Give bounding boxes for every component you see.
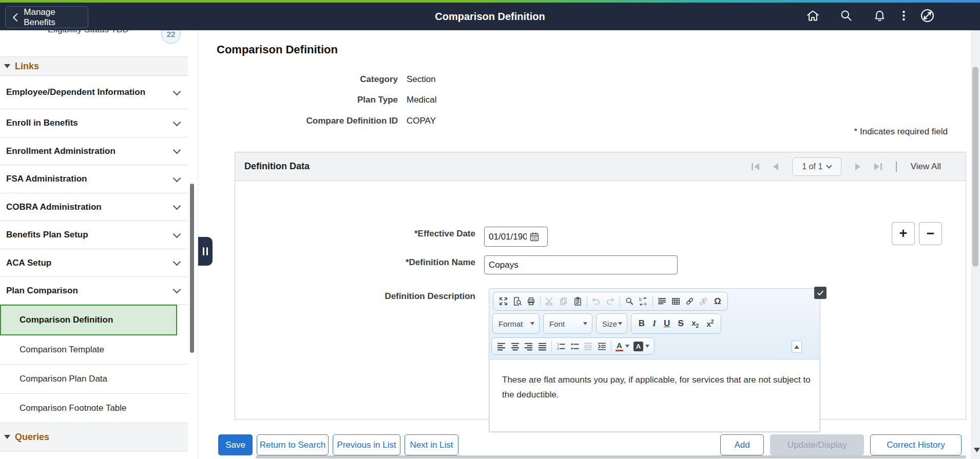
effective-date-input[interactable]: [485, 232, 527, 242]
paste-icon[interactable]: [572, 295, 583, 308]
definition-name-input[interactable]: [484, 255, 678, 274]
calendar-icon[interactable]: [527, 227, 542, 246]
sidebar-scrollbar-thumb[interactable]: [190, 184, 194, 353]
links-section-header[interactable]: Links: [0, 57, 188, 76]
decrease-indent-icon[interactable]: [583, 340, 594, 353]
toolbar-separator: [587, 296, 587, 307]
required-field-note: * Indicates required field: [770, 127, 948, 137]
sidebar-item-enroll-in-benefits[interactable]: Enroll in Benefits: [0, 109, 188, 137]
chevron-down-icon: [827, 163, 832, 168]
groupbox-title: Definition Data: [235, 161, 310, 172]
add-row-button[interactable]: +: [892, 222, 915, 245]
search-icon[interactable]: [838, 8, 854, 23]
caret-down-icon: [530, 322, 534, 325]
maximize-icon[interactable]: [497, 295, 509, 308]
queries-section-header[interactable]: Queries: [0, 423, 188, 451]
cut-icon[interactable]: [544, 295, 555, 308]
align-right-icon[interactable]: [523, 340, 535, 353]
sidebar-item-fsa-administration[interactable]: FSA Administration: [0, 165, 188, 193]
scrollbar-down-arrow[interactable]: [974, 448, 980, 452]
text-color-button[interactable]: A: [614, 342, 630, 351]
page-scrollbar-thumb[interactable]: [972, 67, 978, 267]
link-icon[interactable]: [684, 295, 696, 308]
clipped-item-label: Eligibility Status TBD: [48, 30, 128, 35]
redo-icon[interactable]: [605, 295, 616, 308]
toolbar-separator: [611, 341, 611, 352]
table-icon[interactable]: [670, 295, 682, 308]
pagination-separator: [896, 162, 897, 172]
previous-in-list-button[interactable]: Previous in List: [333, 434, 400, 455]
chevron-down-icon: [173, 258, 181, 266]
numbered-list-icon[interactable]: 1 2: [555, 340, 567, 353]
sidebar-item-plan-comparison[interactable]: Plan Comparison: [0, 277, 188, 305]
bulleted-list-icon[interactable]: [569, 340, 581, 353]
first-row-button[interactable]: [752, 163, 759, 170]
spell-check-icon[interactable]: [814, 287, 827, 299]
sidebar-subitem-comparison-definition-selected[interactable]: Comparison Definition: [0, 305, 177, 335]
home-icon[interactable]: [805, 8, 820, 23]
horizontal-line-icon[interactable]: [657, 295, 668, 308]
justify-icon[interactable]: [536, 340, 548, 353]
sidebar-item-enrollment-administration[interactable]: Enrollment Administration: [0, 137, 188, 165]
special-char-icon[interactable]: Ω: [712, 295, 723, 308]
panel-collapse-handle[interactable]: [198, 237, 213, 266]
row-selector-value: 1 of 1: [802, 162, 822, 171]
chevron-down-icon: [173, 230, 181, 238]
find-icon[interactable]: [624, 295, 635, 308]
page-title: Comparison Definition: [217, 43, 338, 56]
format-dropdown[interactable]: Format: [492, 313, 540, 334]
subscript-button[interactable]: x2: [691, 318, 699, 329]
align-center-icon[interactable]: [509, 340, 521, 353]
underline-button[interactable]: U: [664, 318, 670, 329]
definition-name-label: *Definition Name: [235, 257, 475, 268]
save-button[interactable]: Save: [218, 434, 253, 455]
sidebar-item-eligibility-status[interactable]: Eligibility Status TBD 22: [0, 30, 188, 57]
next-row-button[interactable]: [855, 163, 860, 170]
font-dropdown[interactable]: Font: [543, 313, 592, 334]
view-all-link[interactable]: View All: [911, 162, 941, 172]
replace-icon[interactable]: b a: [638, 295, 649, 308]
toolbar-collapse-button[interactable]: [792, 341, 802, 353]
sidebar-item-aca-setup[interactable]: ACA Setup: [0, 249, 188, 277]
notifications-icon[interactable]: [872, 8, 887, 23]
return-to-search-button[interactable]: Return to Search: [257, 434, 329, 455]
caret-down-icon: [583, 322, 587, 325]
correct-history-button[interactable]: Correct History: [870, 434, 962, 455]
superscript-button[interactable]: x2: [706, 319, 714, 328]
size-dropdown[interactable]: Size: [596, 313, 627, 334]
collapse-triangle-icon: [4, 435, 10, 439]
undo-icon[interactable]: [591, 295, 602, 308]
background-color-button[interactable]: A: [632, 342, 650, 351]
sidebar-subitem-comparison-template[interactable]: Comparison Template: [0, 335, 188, 365]
header-title: Comparison Definition: [0, 3, 980, 30]
last-row-button[interactable]: [874, 163, 882, 170]
copy-icon[interactable]: [558, 295, 569, 308]
delete-row-button[interactable]: −: [919, 222, 942, 245]
row-pagination: 1 of 1 View All: [752, 157, 966, 176]
sidebar-subitem-comparison-plan-data[interactable]: Comparison Plan Data: [0, 365, 188, 394]
update-display-button[interactable]: Update/Display: [770, 434, 864, 455]
bold-button[interactable]: B: [639, 318, 645, 329]
strikethrough-button[interactable]: S: [678, 318, 684, 329]
sidebar-item-benefits-plan-setup[interactable]: Benefits Plan Setup: [0, 221, 188, 249]
increase-indent-icon[interactable]: [596, 340, 608, 353]
next-in-list-button[interactable]: Next in List: [405, 434, 458, 455]
sidebar-subitem-comparison-footnote-table[interactable]: Comparison Footnote Table: [0, 394, 188, 423]
more-actions-icon[interactable]: [896, 8, 911, 23]
navbar-compass-icon[interactable]: [919, 8, 935, 23]
sidebar-item-cobra-administration[interactable]: COBRA Administration: [0, 193, 188, 221]
unlink-icon[interactable]: [698, 295, 709, 308]
previous-row-button[interactable]: [773, 163, 778, 170]
preview-icon[interactable]: [511, 295, 523, 308]
editor-content-area[interactable]: These are flat amounts you pay, if appli…: [490, 359, 819, 431]
add-button[interactable]: Add: [720, 434, 764, 455]
print-icon[interactable]: [525, 295, 536, 308]
align-left-icon[interactable]: [495, 340, 507, 353]
sidebar-item-employee-dependent-information[interactable]: Employee/Dependent Information: [0, 76, 188, 109]
italic-button[interactable]: I: [652, 318, 656, 329]
horizontal-scrollbar-thumb[interactable]: [256, 455, 966, 458]
plan-type-value: Medical: [407, 95, 612, 105]
row-selector-dropdown[interactable]: 1 of 1: [792, 157, 841, 176]
compare-definition-id-label: Compare Definition ID: [257, 116, 398, 126]
rich-text-editor: b a Ω Format: [489, 288, 820, 432]
